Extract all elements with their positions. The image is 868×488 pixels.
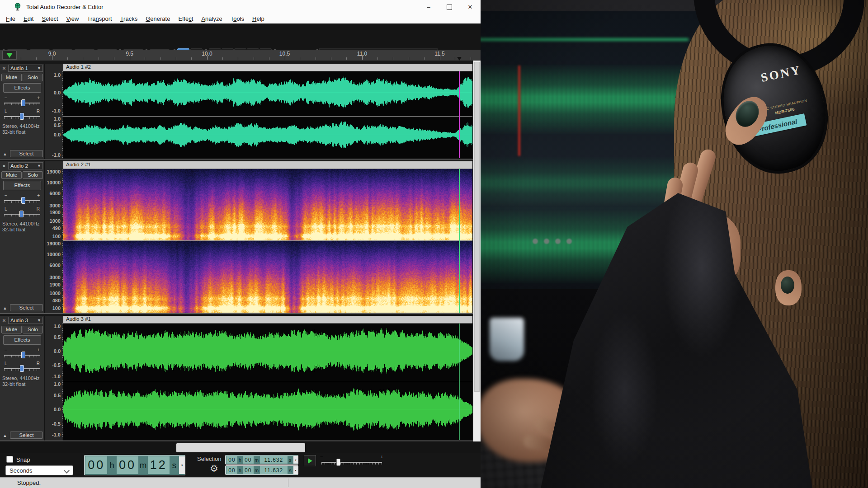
clip-header[interactable]: Audio 1 #2 — [63, 64, 472, 71]
mute-button[interactable]: Mute — [1, 171, 22, 179]
menu-select[interactable]: Select — [38, 14, 62, 23]
sel-start-minutes[interactable]: 00 — [243, 456, 254, 464]
menu-edit[interactable]: Edit — [19, 14, 38, 23]
menu-generate[interactable]: Generate — [142, 14, 174, 23]
track-audio-3: ✕ Audio 3 ▼ Mute Solo Effects − + L — [0, 316, 473, 441]
maximize-button[interactable] — [439, 0, 460, 14]
gain-slider-thumb[interactable] — [21, 352, 25, 358]
waveform-channel[interactable] — [63, 117, 472, 158]
status-bar: Stopped. — [0, 477, 481, 488]
status-divider — [288, 479, 288, 487]
ruler-tick — [67, 57, 68, 60]
effects-button[interactable]: Effects — [3, 83, 41, 93]
waveform-channel[interactable] — [63, 382, 472, 440]
vertical-scrollbar-thumb[interactable] — [474, 62, 480, 392]
spectrogram-channel[interactable] — [63, 169, 472, 240]
menu-transport[interactable]: Transport — [83, 14, 116, 23]
menu-help[interactable]: Help — [248, 14, 269, 23]
vertical-scale[interactable]: 1.00.0-1.0 1.00.50.0-1.0 — [45, 64, 63, 159]
track-format-line2: 32-bit float — [2, 227, 40, 233]
gain-slider[interactable]: − + — [3, 95, 41, 107]
horizontal-scrollbar[interactable] — [0, 441, 481, 454]
gear-icon[interactable]: ⚙ — [210, 463, 218, 474]
select-button[interactable]: Select — [10, 304, 43, 311]
select-button[interactable]: Select — [10, 432, 43, 439]
pan-slider-thumb[interactable] — [19, 211, 24, 217]
selection-start-field[interactable]: 00 h 00 m 11.632 s ▼ — [225, 455, 298, 465]
sel-start-hours[interactable]: 00 — [226, 456, 237, 464]
position-hours[interactable]: 00 — [85, 456, 107, 474]
format-dropdown-icon[interactable]: ▼ — [293, 466, 298, 474]
gain-slider-thumb[interactable] — [21, 99, 25, 106]
track-name-dropdown[interactable]: Audio 2 ▼ — [8, 162, 43, 169]
snap-mode-select[interactable]: Seconds — [5, 465, 73, 475]
vertical-scale[interactable]: 1.00.50.0-0.5-1.0 1.00.50.0-0.5-1.0 — [45, 316, 63, 441]
close-track-button[interactable]: ✕ — [1, 65, 7, 71]
sel-end-hours[interactable]: 00 — [226, 466, 237, 474]
ruler-tick — [21, 57, 21, 60]
gain-slider-thumb[interactable] — [21, 197, 25, 204]
sel-end-seconds[interactable]: 11.632 — [260, 466, 288, 474]
menu-file[interactable]: File — [2, 14, 19, 23]
pan-slider[interactable]: L R — [3, 206, 41, 218]
sel-start-seconds[interactable]: 11.632 — [260, 456, 288, 464]
solo-button[interactable]: Solo — [23, 171, 43, 179]
spectrogram-channel[interactable] — [63, 241, 472, 313]
effects-button[interactable]: Effects — [3, 335, 41, 345]
pan-slider-thumb[interactable] — [20, 365, 24, 372]
close-button[interactable]: ✕ — [460, 0, 481, 14]
close-track-button[interactable]: ✕ — [1, 163, 7, 169]
clip-header[interactable]: Audio 2 #1 — [63, 161, 472, 169]
scale-label: 6000 — [50, 263, 61, 268]
menu-effect[interactable]: Effect — [174, 14, 197, 23]
collapse-button[interactable]: ▲ — [1, 150, 9, 157]
scale-label: 100 — [52, 305, 61, 311]
effects-button[interactable]: Effects — [3, 181, 41, 190]
waveform-channel[interactable] — [63, 324, 472, 382]
playback-speed-slider[interactable]: − + — [320, 454, 383, 467]
menu-label-part: Tra — [87, 15, 95, 22]
waveform-channel[interactable] — [63, 71, 472, 116]
menu-analyze[interactable]: Analyze — [197, 14, 226, 23]
position-seconds[interactable]: 12 — [148, 456, 170, 474]
mute-button[interactable]: Mute — [1, 326, 22, 333]
snap-checkbox[interactable] — [6, 456, 13, 463]
position-minutes[interactable]: 00 — [117, 456, 138, 474]
track-name-label: Audio 3 — [10, 318, 28, 323]
selection-end-field[interactable]: 00 h 00 m 11.632 s ▼ — [225, 465, 298, 475]
pan-slider[interactable]: L R — [3, 109, 41, 121]
pan-slider[interactable]: L R — [3, 361, 41, 373]
close-track-button[interactable]: ✕ — [1, 317, 7, 324]
minimize-button[interactable]: – — [418, 0, 439, 14]
track-format-line1: Stereo, 44100Hz — [2, 221, 40, 227]
solo-button[interactable]: Solo — [23, 326, 43, 333]
format-dropdown-icon[interactable]: ▼ — [179, 456, 185, 474]
menu-tools[interactable]: Tools — [226, 14, 248, 23]
gain-slider[interactable]: − + — [3, 193, 41, 205]
horizontal-scrollbar-thumb[interactable] — [176, 443, 305, 452]
mute-button[interactable]: Mute — [1, 74, 22, 81]
cursor-notch — [457, 57, 462, 61]
pan-slider-thumb[interactable] — [20, 113, 24, 120]
menu-tracks[interactable]: Tracks — [116, 14, 142, 23]
track-format-line2: 32-bit float — [2, 381, 40, 387]
track-name-dropdown[interactable]: Audio 1 ▼ — [8, 65, 43, 72]
toolbar: ↔ ≈ ↶ ↷ ▼ Audio Setup L R -5 — [0, 23, 481, 50]
collapse-button[interactable]: ▲ — [1, 305, 9, 311]
speed-slider-thumb[interactable] — [336, 459, 340, 466]
track-name-dropdown[interactable]: Audio 3 ▼ — [8, 317, 43, 324]
audio-position-display[interactable]: 00 h 00 m 12 s ▼ — [84, 455, 185, 475]
clip-header[interactable]: Audio 3 #1 — [63, 316, 472, 324]
ruler-tick — [471, 57, 471, 60]
collapse-button[interactable]: ▲ — [1, 432, 9, 439]
vertical-scrollbar[interactable] — [473, 61, 481, 441]
format-dropdown-icon[interactable]: ▼ — [293, 456, 298, 464]
menu-view[interactable]: View — [62, 14, 83, 23]
timeline-ruler[interactable]: 9.09.510.010.511.011.5 — [0, 50, 481, 61]
sel-end-minutes[interactable]: 00 — [243, 466, 254, 474]
gain-slider[interactable]: − + — [3, 347, 41, 359]
solo-button[interactable]: Solo — [23, 74, 43, 81]
select-button[interactable]: Select — [10, 150, 43, 157]
play-at-speed-button[interactable] — [304, 455, 316, 466]
vertical-scale[interactable]: 19000100006000300019001000490100 1900010… — [45, 161, 63, 313]
